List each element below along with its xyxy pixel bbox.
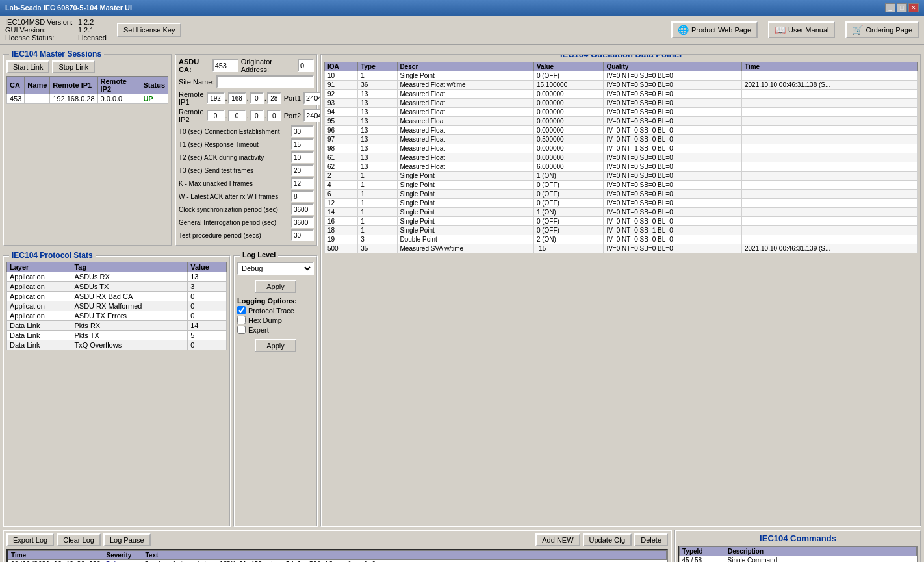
outstation-row[interactable]: 9213Measured Float0.000000IV=0 NT=0 SB=0…	[325, 90, 918, 99]
expert-cb[interactable]	[237, 326, 246, 334]
w-row: W - Latest ACK after rx W I frames	[179, 190, 314, 202]
log-table-container[interactable]: Time Severity Text 09/10/2021 16:46:29.5…	[6, 549, 668, 562]
clock-row: Clock synchronization period (sec)	[179, 203, 314, 215]
logging-options-label: Logging Options:	[237, 297, 314, 305]
outstation-row[interactable]: 9136Measured Float w/time15.100000IV=0 N…	[325, 81, 918, 90]
test-input[interactable]	[291, 229, 314, 241]
outstation-table-container[interactable]: IOA Type Descr Value Quality Time 101Sin…	[324, 62, 918, 527]
version-value: 1.2.2	[78, 18, 107, 26]
outstation-row[interactable]: 50035Measured SVA w/time-15IV=0 NT=0 SB=…	[325, 244, 918, 253]
outstation-row[interactable]: 6113Measured Float0.000000IV=0 NT=0 SB=0…	[325, 153, 918, 162]
t3-input[interactable]	[291, 164, 314, 176]
remote-ip1-label: Remote IP1	[179, 90, 204, 106]
ip2-oct3[interactable]	[250, 110, 264, 121]
k-input[interactable]	[291, 177, 314, 189]
ip1-oct1[interactable]	[207, 92, 225, 104]
minimize-btn[interactable]: _	[885, 3, 895, 12]
outstation-row[interactable]: 193Double Point2 (ON)IV=0 NT=0 SB=0 BL=0	[325, 235, 918, 244]
stats-row: ApplicationASDUs RX13	[7, 272, 227, 282]
outstation-title: IEC104 Outstation Data Points	[558, 54, 684, 59]
outstation-table: IOA Type Descr Value Quality Time 101Sin…	[324, 62, 918, 253]
originator-label: Originator Address:	[241, 58, 295, 73]
gi-row: General Interrogation period (sec)	[179, 216, 314, 228]
site-name-input[interactable]	[216, 75, 314, 88]
hex-dump-label[interactable]: Hex Dump	[237, 316, 314, 324]
test-label: Test procedure period (secs)	[179, 232, 289, 239]
outstation-row[interactable]: 9813Measured Float0.000000IV=0 NT=1 SB=0…	[325, 144, 918, 153]
t2-row: T2 (sec) ACK during inactivity	[179, 151, 314, 163]
remote-ip2-label: Remote IP2	[179, 108, 204, 123]
outstation-row[interactable]: 9413Measured Float0.000000IV=0 NT=0 SB=0…	[325, 108, 918, 117]
ordering-btn[interactable]: 🛒 Ordering Page	[845, 21, 919, 38]
asdu-ca-input[interactable]	[212, 59, 238, 72]
command-row[interactable]: 45 / 58Single Command	[680, 556, 917, 563]
outstation-row[interactable]: 9313Measured Float0.000000IV=0 NT=0 SB=0…	[325, 99, 918, 108]
commands-table-container[interactable]: TypeId Description 45 / 58Single Command…	[678, 546, 918, 562]
outstation-row[interactable]: 141Single Point1 (ON)IV=0 NT=0 SB=0 BL=0	[325, 208, 918, 217]
k-label: K - Max unacked I frames	[179, 180, 289, 187]
t2-input[interactable]	[291, 151, 314, 163]
originator-input[interactable]	[298, 59, 314, 72]
log-col-time: Time	[8, 551, 103, 560]
session-row[interactable]: 453192.168.0.280.0.0.0UP	[7, 94, 168, 104]
cmd-col-typeid: TypeId	[680, 547, 725, 556]
ip2-oct4[interactable]	[267, 110, 281, 121]
maximize-btn[interactable]: □	[897, 3, 907, 12]
hex-dump-cb[interactable]	[237, 316, 246, 324]
apply-log-level-btn[interactable]: Apply	[255, 280, 296, 293]
update-cfg-btn[interactable]: Update Cfg	[583, 533, 632, 546]
stats-col-value: Value	[188, 262, 227, 272]
protocol-trace-cb[interactable]	[237, 306, 246, 314]
stop-link-btn[interactable]: Stop Link	[52, 60, 95, 73]
ip1-oct4[interactable]	[267, 92, 281, 104]
export-log-btn[interactable]: Export Log	[6, 533, 54, 546]
col-descr: Descr	[397, 62, 533, 71]
product-web-btn[interactable]: 🌐 Product Web Page	[671, 21, 758, 38]
stats-title: IEC104 Protocol Stats	[9, 251, 96, 260]
delete-btn[interactable]: Delete	[634, 533, 668, 546]
close-btn[interactable]: ✕	[908, 3, 919, 12]
ip2-oct1[interactable]	[207, 110, 225, 121]
globe-icon: 🌐	[678, 25, 689, 35]
t1-label: T1 (sec) Response Timeout	[179, 141, 289, 148]
t0-row: T0 (sec) Connection Establishment	[179, 125, 314, 137]
log-level-select[interactable]: Debug Info Warning Error	[237, 262, 314, 275]
log-level-title: Log Level	[240, 251, 278, 259]
ip2-oct2[interactable]	[228, 110, 246, 121]
start-link-btn[interactable]: Start Link	[6, 60, 49, 73]
clear-log-btn[interactable]: Clear Log	[57, 533, 101, 546]
outstation-row[interactable]: 41Single Point0 (OFF)IV=0 NT=0 SB=0 BL=0	[325, 181, 918, 190]
t1-input[interactable]	[291, 138, 314, 150]
outstation-row[interactable]: 161Single Point0 (OFF)IV=0 NT=0 SB=0 BL=…	[325, 217, 918, 226]
outstation-row[interactable]: 6213Measured Float6.000000IV=0 NT=0 SB=0…	[325, 162, 918, 172]
log-row: 09/10/2021 16:46:29.529DebugRxed point u…	[8, 560, 667, 563]
t1-row: T1 (sec) Response Timeout	[179, 138, 314, 150]
apply-logging-btn[interactable]: Apply	[255, 339, 296, 352]
outstation-row[interactable]: 9513Measured Float0.000000IV=0 NT=0 SB=0…	[325, 117, 918, 126]
w-input[interactable]	[291, 190, 314, 202]
outstation-row[interactable]: 61Single Point0 (OFF)IV=0 NT=0 SB=0 BL=0	[325, 190, 918, 199]
outstation-row[interactable]: 181Single Point0 (OFF)IV=0 NT=0 SB=1 BL=…	[325, 226, 918, 235]
k-row: K - Max unacked I frames	[179, 177, 314, 189]
window-controls: _ □ ✕	[885, 3, 919, 12]
col-ioa: IOA	[325, 62, 358, 71]
outstation-row[interactable]: 9613Measured Float0.000000IV=0 NT=0 SB=0…	[325, 126, 918, 135]
t0-input[interactable]	[291, 125, 314, 137]
outstation-row[interactable]: 101Single Point0 (OFF)IV=0 NT=0 SB=0 BL=…	[325, 71, 918, 81]
clock-input[interactable]	[291, 203, 314, 215]
log-pause-btn[interactable]: Log Pause	[103, 533, 151, 546]
add-new-btn[interactable]: Add NEW	[535, 533, 580, 546]
t3-row: T3 (sec) Send test frames	[179, 164, 314, 176]
outstation-row[interactable]: 21Single Point1 (ON)IV=0 NT=0 SB=0 BL=0	[325, 172, 918, 181]
protocol-trace-label[interactable]: Protocol Trace	[237, 306, 314, 314]
outstation-row[interactable]: 121Single Point0 (OFF)IV=0 NT=0 SB=0 BL=…	[325, 199, 918, 208]
ip2-inputs: . . .	[207, 110, 281, 121]
set-license-btn[interactable]: Set License Key	[117, 23, 182, 37]
ip1-oct3[interactable]	[250, 92, 264, 104]
remote-ip1-row: Remote IP1 . . . Port1	[179, 90, 314, 106]
ip1-oct2[interactable]	[228, 92, 246, 104]
expert-label[interactable]: Expert	[237, 326, 314, 334]
outstation-row[interactable]: 9713Measured Float0.500000IV=0 NT=0 SB=0…	[325, 135, 918, 144]
user-manual-btn[interactable]: 📖 User Manual	[768, 21, 835, 38]
gi-input[interactable]	[291, 216, 314, 228]
